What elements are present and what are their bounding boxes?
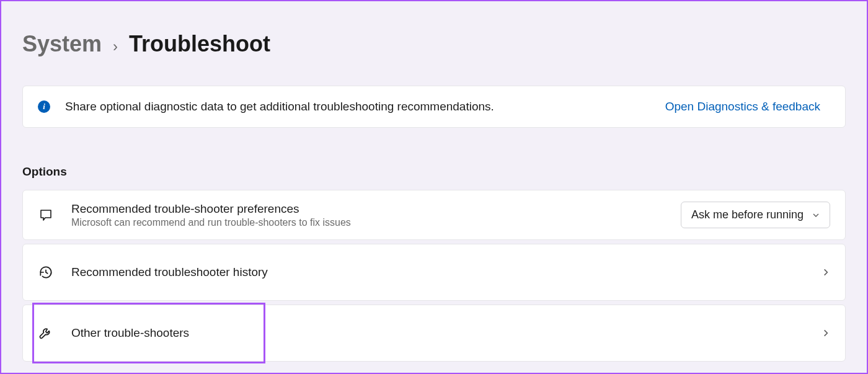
option-title: Recommended trouble-shooter preferences xyxy=(71,202,681,216)
option-title: Recommended troubleshooter history xyxy=(71,265,822,279)
chevron-right-icon xyxy=(822,268,830,277)
chat-icon xyxy=(38,207,54,223)
history-icon xyxy=(38,264,54,280)
info-banner: i Share optional diagnostic data to get … xyxy=(22,86,846,128)
breadcrumb-parent-link[interactable]: System xyxy=(22,31,102,57)
section-heading-options: Options xyxy=(22,165,846,179)
chevron-right-icon xyxy=(822,329,830,337)
option-troubleshooter-history[interactable]: Recommended troubleshooter history xyxy=(22,244,846,301)
info-icon: i xyxy=(38,100,50,113)
chevron-down-icon xyxy=(812,211,820,219)
preferences-dropdown[interactable]: Ask me before running xyxy=(681,202,830,228)
open-diagnostics-link[interactable]: Open Diagnostics & feedback xyxy=(665,100,820,114)
option-other-troubleshooters[interactable]: Other trouble-shooters xyxy=(22,305,846,362)
wrench-icon xyxy=(38,325,54,341)
option-recommended-preferences[interactable]: Recommended trouble-shooter preferences … xyxy=(22,190,846,240)
option-subtitle: Microsoft can recommend and run trouble-… xyxy=(71,217,681,228)
chevron-right-icon: › xyxy=(113,38,118,55)
option-title: Other trouble-shooters xyxy=(71,326,822,340)
info-message: Share optional diagnostic data to get ad… xyxy=(65,100,665,114)
dropdown-value: Ask me before running xyxy=(691,208,804,221)
breadcrumb: System › Troubleshoot xyxy=(22,31,846,57)
page-title: Troubleshoot xyxy=(129,31,270,57)
